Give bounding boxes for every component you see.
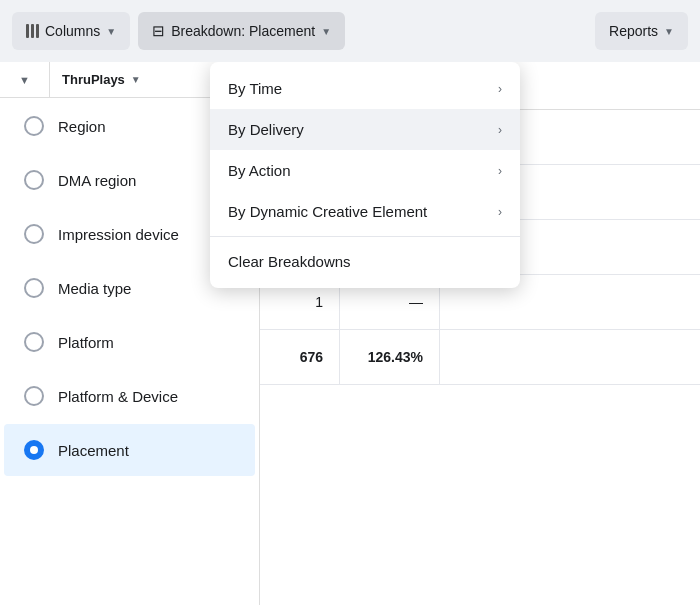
radio-media-label: Media type xyxy=(58,280,131,297)
by-delivery-chevron-icon: › xyxy=(498,123,502,137)
breakdown-chevron-icon: ▼ xyxy=(321,26,331,37)
radio-dma xyxy=(24,170,44,190)
breakdown-dropdown: By Time › By Delivery › By Action › By D… xyxy=(210,62,520,288)
radio-region-label: Region xyxy=(58,118,106,135)
clear-breakdowns-label: Clear Breakdowns xyxy=(228,253,351,270)
clear-breakdowns-button[interactable]: Clear Breakdowns xyxy=(210,241,520,282)
dropdown-by-delivery[interactable]: By Delivery › xyxy=(210,109,520,150)
radio-impression xyxy=(24,224,44,244)
content-area: ▼ ThruPlays ▼ Region DMA region Impressi… xyxy=(0,62,700,605)
radio-item-placement[interactable]: Placement xyxy=(4,424,255,476)
columns-label: Columns xyxy=(45,23,100,39)
radio-placement-label: Placement xyxy=(58,442,129,459)
reports-label: Reports xyxy=(609,23,658,39)
by-dynamic-label: By Dynamic Creative Element xyxy=(228,203,427,220)
thruplays-label: ThruPlays xyxy=(62,72,125,87)
reports-button[interactable]: Reports ▼ xyxy=(595,12,688,50)
cell-num-total: 676 xyxy=(260,330,340,384)
dropdown-divider xyxy=(210,236,520,237)
radio-platform xyxy=(24,332,44,352)
toolbar: Columns ▼ ⊟ Breakdown: Placement ▼ Repor… xyxy=(0,0,700,62)
radio-platform-label: Platform xyxy=(58,334,114,351)
breakdown-icon: ⊟ xyxy=(152,22,165,40)
radio-dma-label: DMA region xyxy=(58,172,136,189)
by-dynamic-chevron-icon: › xyxy=(498,205,502,219)
columns-icon xyxy=(26,24,39,38)
radio-media xyxy=(24,278,44,298)
radio-region xyxy=(24,116,44,136)
columns-button[interactable]: Columns ▼ xyxy=(12,12,130,50)
by-action-label: By Action xyxy=(228,162,291,179)
radio-item-platform[interactable]: Platform xyxy=(4,316,255,368)
cell-pct-total: 126.43% xyxy=(340,330,440,384)
table-row-total: 676 126.43% xyxy=(260,330,700,385)
dropdown-by-action[interactable]: By Action › xyxy=(210,150,520,191)
sort-icon: ▼ xyxy=(19,74,30,86)
by-time-label: By Time xyxy=(228,80,282,97)
radio-item-platform-device[interactable]: Platform & Device xyxy=(4,370,255,422)
dropdown-by-dynamic[interactable]: By Dynamic Creative Element › xyxy=(210,191,520,232)
radio-placement xyxy=(24,440,44,460)
radio-platform-device xyxy=(24,386,44,406)
columns-chevron-icon: ▼ xyxy=(106,26,116,37)
reports-chevron-icon: ▼ xyxy=(664,26,674,37)
by-time-chevron-icon: › xyxy=(498,82,502,96)
by-delivery-label: By Delivery xyxy=(228,121,304,138)
breakdown-label: Breakdown: Placement xyxy=(171,23,315,39)
dropdown-by-time[interactable]: By Time › xyxy=(210,68,520,109)
breakdown-button[interactable]: ⊟ Breakdown: Placement ▼ xyxy=(138,12,345,50)
thruplays-sort-icon: ▼ xyxy=(131,74,141,85)
radio-platform-device-label: Platform & Device xyxy=(58,388,178,405)
by-action-chevron-icon: › xyxy=(498,164,502,178)
sort-header: ▼ xyxy=(0,62,50,97)
radio-impression-label: Impression device xyxy=(58,226,179,243)
